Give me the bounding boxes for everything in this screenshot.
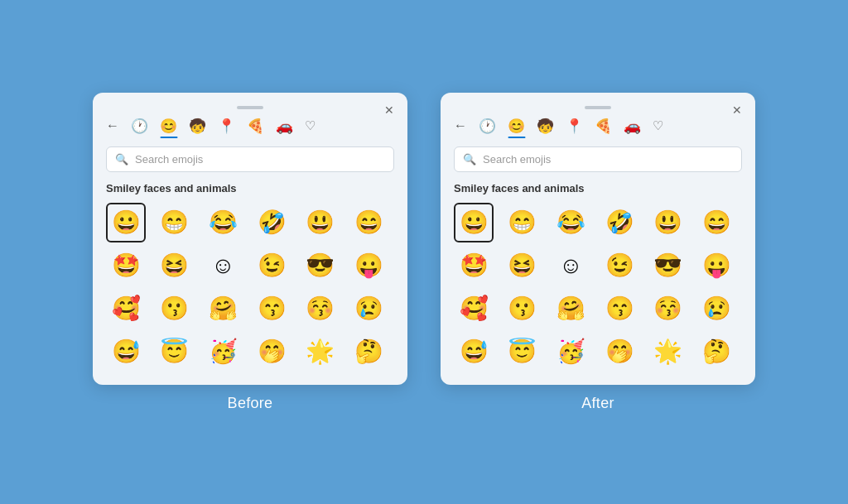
emoji-grid-before: 😀 😁 😂 🤣 😃 😄 🤩 😆 ☺️ 😉 😎 😛 🥰 😗 🤗 😙 😚 😢 😅 [106, 203, 394, 372]
emoji-cell-after-23[interactable]: 🤔 [696, 332, 736, 372]
emoji-cell-before-5[interactable]: 😄 [349, 203, 388, 242]
search-placeholder-after: Search emojis [483, 153, 551, 166]
emoji-cell-after-12[interactable]: 🥰 [454, 289, 494, 329]
emoji-cell-after-11[interactable]: 😛 [696, 246, 736, 286]
emoji-cell-after-8[interactable]: ☺️ [551, 246, 590, 286]
after-emoji-panel: ✕ ← 🕐 😊 🧒 📍 🍕 🚗 ♡ 🔍 Search emojis Smiley… [441, 93, 755, 385]
back-button-after[interactable]: ← [454, 118, 467, 133]
emoji-cell-before-7[interactable]: 😆 [155, 246, 195, 286]
emoji-cell-before-11[interactable]: 😛 [349, 246, 388, 286]
emoji-cell-after-1[interactable]: 😁 [503, 203, 542, 242]
emoji-cell-before-16[interactable]: 😚 [301, 289, 340, 329]
before-emoji-panel: ✕ ← 🕐 😊 🧒 📍 🍕 🚗 ♡ 🔍 Search emojis Smiley… [93, 93, 407, 385]
emoji-cell-before-2[interactable]: 😂 [203, 203, 243, 242]
search-bar-before[interactable]: 🔍 Search emojis [106, 146, 394, 172]
nav-symbols-after[interactable]: ♡ [653, 118, 663, 133]
search-placeholder-before: Search emojis [135, 153, 203, 166]
emoji-grid-after: 😀 😁 😂 🤣 😃 😄 🤩 😆 ☺️ 😉 😎 😛 🥰 😗 🤗 😙 😚 😢 😅 [454, 203, 742, 372]
section-title-before: Smiley faces and animals [106, 182, 394, 194]
emoji-cell-before-3[interactable]: 🤣 [252, 203, 292, 242]
emoji-cell-before-4[interactable]: 😃 [301, 203, 340, 242]
before-label: Before [228, 395, 273, 412]
emoji-cell-before-19[interactable]: 😇 [155, 332, 195, 372]
search-bar-after[interactable]: 🔍 Search emojis [454, 146, 742, 172]
emoji-cell-before-14[interactable]: 🤗 [203, 289, 243, 329]
emoji-cell-before-20[interactable]: 🥳 [203, 332, 243, 372]
emoji-cell-before-0[interactable]: 😀 [106, 203, 146, 242]
emoji-cell-before-21[interactable]: 🤭 [252, 332, 292, 372]
nav-symbols-before[interactable]: ♡ [305, 118, 316, 133]
emoji-cell-after-17[interactable]: 😢 [696, 289, 736, 329]
nav-people-before[interactable]: 🧒 [189, 118, 206, 135]
drag-handle-before [237, 106, 263, 109]
nav-travel-after[interactable]: 🚗 [624, 118, 641, 135]
nav-recents-before[interactable]: 🕐 [131, 118, 148, 135]
nav-places-before[interactable]: 📍 [218, 118, 235, 135]
emoji-cell-after-6[interactable]: 🤩 [454, 246, 494, 286]
emoji-cell-before-15[interactable]: 😙 [252, 289, 292, 329]
nav-travel-before[interactable]: 🚗 [276, 118, 293, 135]
emoji-cell-before-8[interactable]: ☺️ [203, 246, 243, 286]
emoji-cell-before-18[interactable]: 😅 [106, 332, 146, 372]
emoji-cell-before-22[interactable]: 🌟 [301, 332, 340, 372]
emoji-cell-after-20[interactable]: 🥳 [551, 332, 590, 372]
search-icon-before: 🔍 [115, 153, 128, 166]
emoji-cell-before-9[interactable]: 😉 [252, 246, 292, 286]
emoji-cell-after-21[interactable]: 🤭 [600, 332, 639, 372]
emoji-cell-before-13[interactable]: 😗 [155, 289, 195, 329]
close-button-before[interactable]: ✕ [384, 104, 394, 116]
after-label: After [581, 395, 614, 412]
emoji-cell-after-14[interactable]: 🤗 [551, 289, 590, 329]
nav-food-after[interactable]: 🍕 [595, 118, 612, 135]
nav-food-before[interactable]: 🍕 [247, 118, 264, 135]
emoji-cell-after-0[interactable]: 😀 [454, 203, 494, 242]
nav-people-after[interactable]: 🧒 [537, 118, 554, 135]
emoji-cell-after-4[interactable]: 😃 [648, 203, 688, 242]
drag-handle-after [585, 106, 611, 109]
emoji-cell-after-7[interactable]: 😆 [503, 246, 542, 286]
after-panel-wrapper: ✕ ← 🕐 😊 🧒 📍 🍕 🚗 ♡ 🔍 Search emojis Smiley… [441, 93, 755, 412]
nav-bar-after: ← 🕐 😊 🧒 📍 🍕 🚗 ♡ [454, 118, 742, 137]
emoji-cell-before-6[interactable]: 🤩 [106, 246, 146, 286]
search-icon-after: 🔍 [463, 153, 476, 166]
nav-places-after[interactable]: 📍 [566, 118, 583, 135]
emoji-cell-before-1[interactable]: 😁 [155, 203, 195, 242]
emoji-cell-after-13[interactable]: 😗 [503, 289, 542, 329]
emoji-cell-after-19[interactable]: 😇 [503, 332, 542, 372]
emoji-cell-after-15[interactable]: 😙 [600, 289, 639, 329]
emoji-cell-after-5[interactable]: 😄 [696, 203, 736, 242]
emoji-cell-before-17[interactable]: 😢 [349, 289, 388, 329]
back-button-before[interactable]: ← [106, 118, 119, 133]
section-title-after: Smiley faces and animals [454, 182, 742, 194]
emoji-cell-after-2[interactable]: 😂 [551, 203, 590, 242]
before-panel-wrapper: ✕ ← 🕐 😊 🧒 📍 🍕 🚗 ♡ 🔍 Search emojis Smiley… [93, 93, 407, 412]
emoji-cell-after-22[interactable]: 🌟 [648, 332, 688, 372]
panels-container: ✕ ← 🕐 😊 🧒 📍 🍕 🚗 ♡ 🔍 Search emojis Smiley… [93, 93, 755, 412]
emoji-cell-before-10[interactable]: 😎 [301, 246, 340, 286]
nav-bar-before: ← 🕐 😊 🧒 📍 🍕 🚗 ♡ [106, 118, 394, 137]
emoji-cell-before-23[interactable]: 🤔 [349, 332, 388, 372]
emoji-cell-after-3[interactable]: 🤣 [600, 203, 639, 242]
emoji-cell-after-18[interactable]: 😅 [454, 332, 494, 372]
emoji-cell-before-12[interactable]: 🥰 [106, 289, 146, 329]
emoji-cell-after-16[interactable]: 😚 [648, 289, 688, 329]
nav-smiley-after[interactable]: 😊 [508, 118, 525, 135]
nav-recents-after[interactable]: 🕐 [479, 118, 496, 135]
close-button-after[interactable]: ✕ [732, 104, 742, 116]
nav-smiley-before[interactable]: 😊 [160, 118, 177, 135]
emoji-cell-after-9[interactable]: 😉 [600, 246, 639, 286]
emoji-cell-after-10[interactable]: 😎 [648, 246, 688, 286]
